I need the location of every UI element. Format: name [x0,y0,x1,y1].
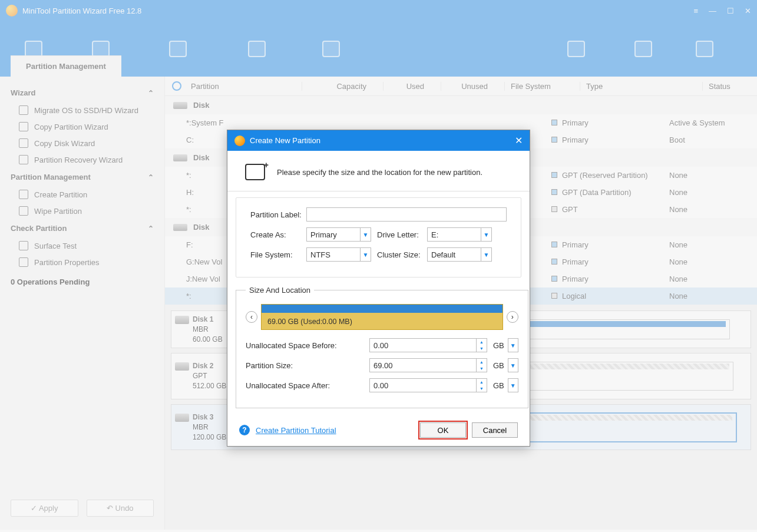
size-row: Unallocated Space After:0.00▲▼GB▼ [246,378,518,392]
ok-button[interactable]: OK [420,422,466,438]
create-partition-dialog: Create New Partition ✕ Please specify th… [227,130,530,447]
tutorial-link[interactable]: Create Partition Tutorial [256,426,336,435]
unit-select[interactable]: ▼ [508,378,518,392]
size-next-button[interactable]: › [507,311,518,323]
partition-label-input[interactable] [306,207,507,222]
size-spinbox[interactable]: 0.00▲▼ [369,378,487,392]
create-as-select[interactable]: Primary▼ [306,227,371,242]
size-row: Partition Size:69.00▲▼GB▼ [246,358,518,372]
size-prev-button[interactable]: ‹ [246,311,257,323]
label-file-system: File System: [250,250,306,259]
dialog-title: Create New Partition [250,136,320,145]
label-cluster-size: Cluster Size: [377,250,427,259]
label-partition-label: Partition Label: [250,210,306,219]
dialog-description: Please specify the size and the location… [277,168,482,177]
size-location-fieldset: Size And Location ‹ 69.00 GB (Used:0.00 … [236,286,528,408]
unit-select[interactable]: ▼ [508,358,518,372]
unit-select[interactable]: ▼ [508,338,518,352]
label-drive-letter: Drive Letter: [377,230,427,239]
size-spinbox[interactable]: 69.00▲▼ [369,358,487,372]
file-system-select[interactable]: NTFS▼ [306,247,371,262]
dialog-icon [234,136,245,146]
cancel-button[interactable]: Cancel [472,422,518,438]
size-location-legend: Size And Location [246,286,314,295]
size-visual-block[interactable]: 69.00 GB (Used:0.00 MB) [261,304,503,330]
dialog-title-bar: Create New Partition ✕ [227,130,530,151]
disk-icon [245,164,265,180]
size-spinbox[interactable]: 0.00▲▼ [369,338,487,352]
cluster-size-select[interactable]: Default▼ [427,247,492,262]
drive-letter-select[interactable]: E:▼ [427,227,492,242]
help-icon[interactable]: ? [239,425,250,435]
dialog-close-button[interactable]: ✕ [515,135,523,146]
size-row: Unallocated Space Before:0.00▲▼GB▼ [246,338,518,352]
label-create-as: Create As: [250,230,306,239]
